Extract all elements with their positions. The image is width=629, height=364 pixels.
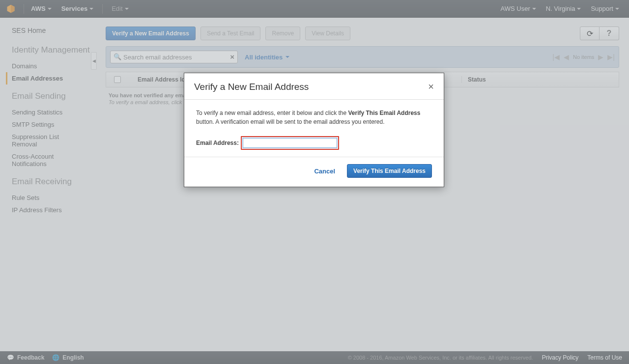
modal-footer: Cancel Verify This Email Address: [184, 157, 444, 187]
modal-title: Verify a New Email Address: [194, 82, 309, 92]
verify-email-modal: Verify a New Email Address × To verify a…: [184, 73, 444, 187]
cancel-button[interactable]: Cancel: [314, 168, 335, 175]
close-icon[interactable]: ×: [428, 81, 434, 92]
verify-submit-button[interactable]: Verify This Email Address: [347, 164, 432, 178]
input-highlight: [241, 136, 339, 150]
modal-instructions: To verify a new email address, enter it …: [196, 109, 432, 126]
email-input[interactable]: [243, 138, 337, 148]
email-label: Email Address:: [196, 140, 239, 146]
modal-header: Verify a New Email Address ×: [184, 73, 444, 100]
email-field-row: Email Address:: [196, 136, 432, 150]
modal-body: To verify a new email address, enter it …: [184, 100, 444, 157]
